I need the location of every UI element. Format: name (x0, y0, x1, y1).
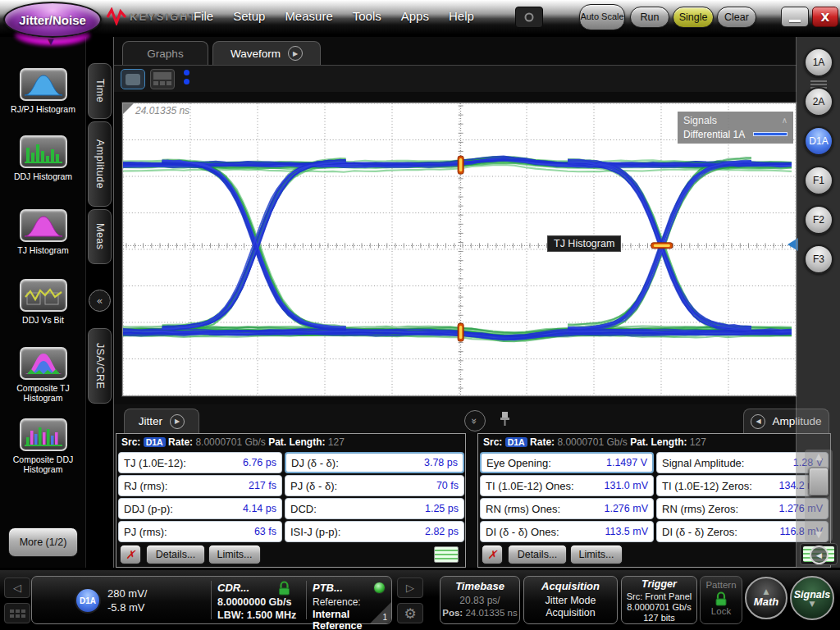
tab-jsa-cre[interactable]: JSA/CRE (88, 328, 112, 404)
single-button[interactable]: Single (673, 7, 714, 28)
meas-row-eye-opening[interactable]: Eye Opening:1.1497 V (480, 452, 654, 473)
timebase-panel[interactable]: Timebase 20.83 ps/ Pos: 24.01335 ns (440, 576, 520, 624)
panel-page-fold[interactable] (370, 602, 391, 623)
sidebar-item-composite-ddj-histogram[interactable]: Composite DDJ Histogram (0, 418, 86, 474)
clear-button[interactable]: Clear (717, 7, 756, 28)
scroll-panels-right-button[interactable]: ▷ (397, 578, 423, 598)
eye-diagram-canvas (123, 103, 796, 395)
meas-row-dj[interactable]: DJ (δ - δ):3.78 ps (285, 452, 464, 473)
math-button[interactable]: ▲ Math (745, 577, 788, 619)
ptb-title[interactable]: PTB... (313, 582, 343, 594)
channel-setup-panel[interactable]: D1A 280 mV/ -5.8 mV CDR... 8.0000000 Gb/… (31, 576, 392, 624)
menu-help[interactable]: Help (449, 9, 474, 23)
tab-meas[interactable]: Meas (88, 209, 112, 264)
tj-histogram-annotation[interactable]: TJ Histogram (547, 235, 621, 252)
sidebar-item-composite-tj-histogram[interactable]: Composite TJ Histogram (0, 347, 86, 403)
channel-button-2a[interactable]: 2A (804, 87, 833, 116)
sidebar-item-ddj-histogram[interactable]: DDJ Histogram (0, 135, 86, 181)
close-panel-button[interactable]: ✗ (120, 545, 141, 564)
trigger-panel[interactable]: Trigger Src: Front Panel 8.0000701 Gb/s … (621, 576, 697, 624)
auto-scale-button[interactable]: Auto Scale (579, 4, 625, 30)
camera-icon (523, 11, 536, 23)
channel-button-f2[interactable]: F2 (804, 205, 833, 235)
signals-label: Signals (794, 589, 830, 600)
acquisition-panel[interactable]: Acquisition Jitter Mode Acquisition (523, 576, 618, 624)
meas-row-rn-ones[interactable]: RN (rms) Ones:1.276 mV (480, 498, 654, 519)
meas-row-pj-dd[interactable]: PJ (δ - δ):70 fs (285, 475, 464, 496)
app-logo[interactable]: Jitter/Noise ▼ (2, 0, 105, 49)
pattern-lock-panel[interactable]: Pattern Lock (700, 576, 742, 624)
app-logo-label: Jitter/Noise (3, 2, 102, 38)
single-pane-layout-button[interactable] (121, 69, 145, 89)
acquisition-mode: Jitter Mode (524, 595, 617, 606)
meas-row-ddj[interactable]: DDJ (p-p):4.14 ps (118, 498, 282, 519)
category-tab-column: Time Amplitude Meas « JSA/CRE (86, 37, 113, 568)
legend-collapse-icon[interactable]: ∧ (782, 116, 788, 125)
meas-row-tj[interactable]: TJ (1.0E-12):6.76 ps (118, 452, 282, 473)
main-content: Graphs Waveform ▶ 24.01335 ns Signals ∧ … (113, 37, 796, 568)
meas-row-ti-ones[interactable]: TI (1.0E-12) Ones:131.0 mV (480, 475, 654, 496)
signals-legend[interactable]: Signals ∧ Differential 1A (678, 112, 793, 144)
pin-icon[interactable] (500, 411, 510, 430)
more-graphs-button[interactable]: More (1/2) (8, 527, 78, 557)
meas-row-dcd[interactable]: DCD:1.25 ps (285, 498, 464, 519)
menu-setup[interactable]: Setup (233, 9, 265, 23)
composite-ddj-histogram-icon (20, 418, 67, 451)
prev-circle-icon: ◀ (751, 414, 765, 429)
cdr-lbw: LBW: 1.500 MHz (217, 609, 296, 621)
run-button[interactable]: Run (630, 7, 669, 28)
menu-tools[interactable]: Tools (353, 9, 381, 23)
trigger-source: Src: Front Panel (622, 591, 696, 601)
meas-row-di-ones[interactable]: DI (δ - δ) Ones:113.5 mV (480, 521, 654, 542)
channel-button-d1a[interactable]: D1A (804, 126, 833, 156)
tab-jitter-results[interactable]: Jitter ▶ (124, 409, 199, 433)
keysight-spark-icon (107, 7, 126, 25)
tab-time[interactable]: Time (88, 63, 112, 119)
screenshot-button[interactable] (515, 7, 543, 28)
channel-button-1a[interactable]: 1A (804, 48, 833, 77)
tab-label: Waveform (231, 48, 281, 60)
close-panel-button[interactable]: ✗ (482, 545, 503, 564)
panel-collapse-button[interactable]: » (464, 410, 486, 431)
menu-file[interactable]: File (194, 9, 213, 23)
tab-graphs[interactable]: Graphs (122, 41, 208, 65)
sidebar-item-ddj-vs-bit[interactable]: DDJ Vs Bit (0, 279, 86, 325)
eye-diagram-plot[interactable]: 24.01335 ns Signals ∧ Differential 1A TJ… (122, 103, 797, 396)
meas-row-pj-rms[interactable]: PJ (rms):63 fs (118, 521, 282, 542)
report-list-icon[interactable] (434, 546, 459, 563)
close-button[interactable]: X (812, 7, 838, 27)
meas-row-rj[interactable]: RJ (rms):217 fs (118, 475, 282, 496)
panel-grid-button[interactable] (4, 603, 30, 623)
signals-button[interactable]: Signals ▼ (790, 576, 834, 620)
limits-button[interactable]: Limits... (208, 545, 261, 564)
amplitude-source-line: Src: D1A Rate: 8.0000701 Gb/s Pat. Lengt… (478, 434, 830, 450)
scroll-panels-left-button[interactable]: ◁ (4, 578, 30, 598)
channel-badge[interactable]: D1A (75, 587, 101, 614)
tab-waveform[interactable]: Waveform ▶ (212, 41, 321, 65)
multi-pane-icon (153, 72, 171, 80)
source-badge: D1A (144, 437, 166, 447)
details-button[interactable]: Details... (508, 545, 567, 564)
scroll-down-icon[interactable]: ▼ (805, 529, 833, 540)
multi-pane-layout-button[interactable] (150, 69, 175, 89)
limits-button[interactable]: Limits... (570, 545, 623, 564)
divider (211, 581, 212, 619)
menu-apps[interactable]: Apps (401, 9, 429, 23)
sidebar-item-rjpj-histogram[interactable]: RJ/PJ Histogram (0, 68, 86, 114)
meas-row-isij[interactable]: ISI-J (p-p):2.82 ps (285, 521, 464, 542)
results-scrollbar[interactable]: ▲ ▼ (805, 450, 833, 541)
minimize-button[interactable] (781, 7, 809, 27)
sidebar-collapse-button[interactable]: « (89, 290, 111, 312)
menu-measure[interactable]: Measure (285, 9, 332, 23)
cdr-title[interactable]: CDR... (217, 582, 249, 594)
sidebar-item-tj-histogram[interactable]: TJ Histogram (0, 209, 86, 255)
results-collapse-button[interactable]: ◀ (800, 543, 838, 565)
drag-handle-dots-icon[interactable] (184, 70, 189, 88)
details-button[interactable]: Details... (146, 545, 205, 564)
scroll-up-icon[interactable]: ▲ (805, 451, 833, 462)
settings-gear-button[interactable]: ⚙ (397, 603, 423, 623)
tab-amplitude-category[interactable]: Amplitude (88, 121, 112, 207)
channel-button-f1[interactable]: F1 (804, 166, 833, 195)
scrollbar-thumb[interactable] (809, 468, 829, 495)
channel-button-f3[interactable]: F3 (804, 244, 833, 274)
